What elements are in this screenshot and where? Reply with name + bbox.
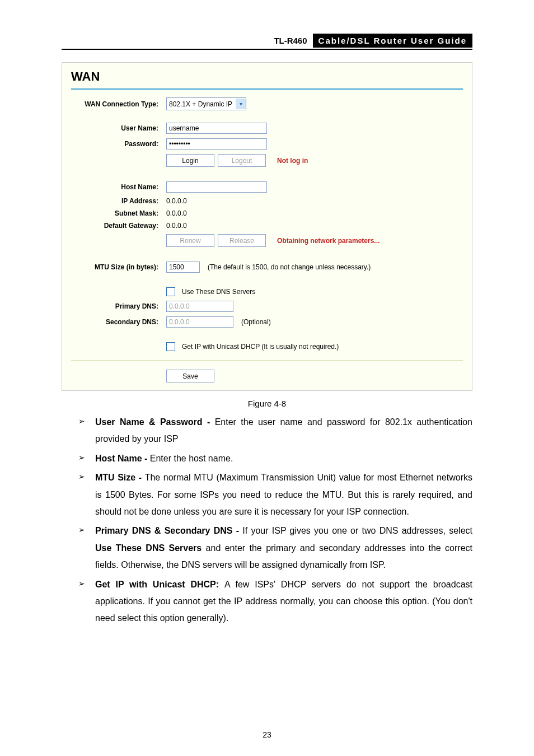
save-button[interactable]: Save — [166, 370, 214, 382]
ip-value: 0.0.0.0 — [166, 197, 187, 205]
conn-type-label: WAN Connection Type: — [71, 100, 166, 108]
gateway-label: Default Gateway: — [71, 222, 166, 230]
guide-title: Cable/DSL Router User Guide — [313, 34, 472, 48]
mtu-input[interactable] — [166, 262, 200, 273]
description-list: User Name & Password - Enter the user na… — [78, 414, 472, 627]
wan-config-panel: WAN WAN Connection Type: 802.1X + Dynami… — [62, 62, 472, 391]
secondary-dns-input[interactable] — [166, 316, 233, 328]
divider — [71, 360, 463, 361]
login-button[interactable]: Login — [166, 154, 214, 167]
use-dns-label: Use These DNS Servers — [182, 288, 255, 296]
mask-value: 0.0.0.0 — [166, 209, 187, 217]
mask-label: Subnet Mask: — [71, 209, 166, 217]
hostname-label: Host Name: — [71, 183, 166, 191]
dhcp-status: Obtaining network parameters... — [277, 237, 380, 245]
list-item: Primary DNS & Secondary DNS - If your IS… — [78, 522, 472, 573]
chevron-down-icon: ▾ — [236, 99, 246, 109]
renew-button[interactable]: Renew — [166, 234, 214, 247]
secondary-dns-label: Secondary DNS: — [71, 318, 166, 326]
heading-rule — [71, 88, 463, 90]
list-item: Get IP with Unicast DHCP: A few ISPs' DH… — [78, 576, 472, 627]
list-item: MTU Size - The normal MTU (Maximum Trans… — [78, 469, 472, 520]
use-dns-checkbox[interactable] — [166, 287, 175, 296]
logout-button[interactable]: Logout — [218, 154, 266, 167]
primary-dns-label: Primary DNS: — [71, 302, 166, 310]
secondary-dns-hint: (Optional) — [241, 318, 271, 326]
password-input[interactable] — [166, 138, 267, 150]
unicast-dhcp-checkbox[interactable] — [166, 342, 175, 351]
conn-type-select[interactable]: 802.1X + Dynamic IP ▾ — [166, 97, 246, 110]
page-number: 23 — [0, 730, 534, 739]
username-input[interactable] — [166, 123, 267, 134]
list-item: User Name & Password - Enter the user na… — [78, 414, 472, 448]
password-label: Password: — [71, 140, 166, 148]
model-label: TL-R460 — [268, 34, 312, 48]
gateway-value: 0.0.0.0 — [166, 222, 187, 230]
username-label: User Name: — [71, 124, 166, 132]
panel-heading: WAN — [62, 63, 472, 86]
release-button[interactable]: Release — [218, 234, 266, 247]
figure-caption: Figure 4-8 — [62, 399, 472, 408]
login-status: Not log in — [277, 157, 308, 165]
mtu-label: MTU Size (in bytes): — [71, 263, 166, 271]
unicast-dhcp-label: Get IP with Unicast DHCP (It is usually … — [182, 343, 339, 351]
doc-header: TL-R460 Cable/DSL Router User Guide — [62, 34, 472, 50]
ip-label: IP Address: — [71, 197, 166, 205]
conn-type-value: 802.1X + Dynamic IP — [169, 100, 232, 108]
primary-dns-input[interactable] — [166, 301, 233, 312]
hostname-input[interactable] — [166, 181, 267, 193]
list-item: Host Name - Enter the host name. — [78, 450, 472, 467]
mtu-hint: (The default is 1500, do not change unle… — [208, 263, 371, 271]
